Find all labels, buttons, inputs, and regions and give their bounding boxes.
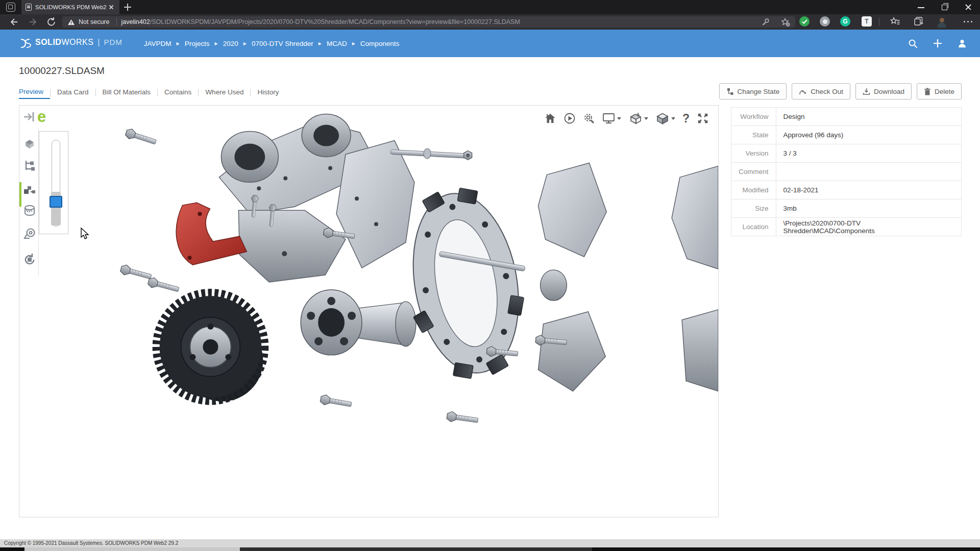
comment-value [776,163,961,181]
browser-titlebar: SOLIDWORKS PDM Web2 - JAVP [0,0,980,14]
user-icon[interactable] [958,39,967,48]
breadcrumb-projects[interactable]: Projects [185,40,210,47]
check-out-button[interactable]: Check Out [792,83,850,99]
urlbar-right-icons [761,18,790,27]
file-title: 10000227.SLDASM [19,65,105,77]
fullscreen-icon[interactable] [697,112,709,124]
url-host: javelin402 [121,18,150,26]
explode-tool-icon[interactable] [22,183,37,197]
side-arm-parts [538,163,718,391]
dassault-logo-icon [19,38,32,49]
forward-button[interactable] [27,16,40,28]
url-path: /SOLIDWORKSPDM/JAVPDM/Projects/2020/0700… [150,18,755,26]
profile-avatar[interactable] [936,16,947,28]
size-value: 3mb [776,199,961,218]
breadcrumb-project-folder[interactable]: 0700-DTV Shredder [252,40,313,47]
workflow-value: Design [776,108,961,126]
grammarly-extension-icon[interactable]: G [840,16,851,28]
text-extension-icon[interactable]: T [862,16,873,28]
tab-contains[interactable]: Contains [158,86,198,98]
tab-where-used[interactable]: Where Used [199,86,250,98]
edrawings-logo: e [23,110,46,124]
dropdown-caret-icon [617,117,621,120]
browser-tab-title: SOLIDWORKS PDM Web2 - JAVP [35,4,107,10]
window-controls [910,0,980,14]
tab-history[interactable]: History [251,86,285,98]
close-button[interactable] [957,0,980,14]
dropdown-caret-icon [671,117,675,120]
change-state-icon [726,88,734,95]
mouse-cursor [79,228,90,241]
reset-view-tool-icon[interactable] [22,253,37,267]
view-orientation-icon[interactable] [655,112,675,125]
browser-workspaces-icon[interactable] [6,3,15,12]
breadcrumb-vault[interactable]: JAVPDM [144,40,172,47]
divider [116,18,117,26]
password-key-icon[interactable] [761,18,770,27]
tab-preview[interactable]: Preview [19,86,50,99]
table-row: Comment [731,163,962,181]
browser-tab[interactable]: SOLIDWORKS PDM Web2 - JAVP [21,0,119,14]
collections-icon[interactable] [914,16,925,28]
delete-button[interactable]: Delete [917,83,962,99]
browser-navbar: Not secure javelin402 /SOLIDWORKSPDM/JAV… [0,14,980,30]
address-bar[interactable]: Not secure javelin402 /SOLIDWORKSPDM/JAV… [62,16,795,28]
table-row: Modified02-18-2021 [731,181,962,199]
measure-tool-icon[interactable] [22,227,37,241]
section-tool-icon[interactable] [22,204,37,218]
play-animation-icon[interactable] [564,112,576,124]
table-row: Size3mb [731,199,962,218]
edrawings-toolbar: ? [544,112,709,125]
help-icon[interactable]: ? [682,112,690,124]
download-button[interactable]: Download [855,83,912,99]
breadcrumb-components[interactable]: Components [360,40,400,47]
windows-taskbar[interactable] [0,547,980,551]
download-icon [863,88,870,95]
trash-icon [924,88,931,95]
divider [879,18,879,26]
browser-menu-icon[interactable] [964,21,973,23]
explode-slider-flyout [39,131,68,234]
active-tool-indicator [19,182,21,207]
solidworks-pdm-logo[interactable]: SOLIDWORKS | PDM [19,38,122,49]
refresh-button[interactable] [45,16,58,28]
add-icon[interactable] [933,39,942,48]
display-mode-icon[interactable] [602,112,621,124]
favorites-bar-icon[interactable] [890,16,901,28]
edrawings-preview-panel: e [19,105,719,517]
change-state-button[interactable]: Change State [719,83,787,99]
table-row: StateApproved (96 days) [731,126,962,144]
minimize-button[interactable] [910,0,933,14]
home-view-icon[interactable] [544,112,556,124]
warning-icon [67,19,75,26]
tab-data-card[interactable]: Data Card [51,86,95,98]
back-button[interactable] [7,16,20,28]
state-value: Approved (96 days) [776,126,961,144]
add-favorite-icon[interactable] [781,18,790,27]
table-row: Location\Projects\2020\0700-DTV Shredder… [731,218,962,236]
breadcrumb-2020[interactable]: 2020 [223,40,238,47]
frame-part [219,114,414,283]
explode-slider-handle[interactable] [50,196,62,208]
breadcrumb: JAVPDM▶ Projects▶ 2020▶ 0700-DTV Shredde… [144,40,400,47]
checker-extension-icon[interactable] [799,16,811,28]
tab-close-icon[interactable] [107,3,115,11]
red-bracket-part [176,203,247,265]
breadcrumb-mcad[interactable]: MCAD [327,40,347,47]
check-out-icon [799,88,807,95]
copyright-text: Copyright © 1995-2021 Dassault Systemes.… [4,540,178,546]
table-row: Version3 / 3 [731,144,962,163]
tab-bill-of-materials[interactable]: Bill Of Materials [96,86,158,98]
restore-button[interactable] [933,0,957,14]
camera-extension-icon[interactable] [820,16,831,28]
components-tool-icon[interactable] [22,136,37,151]
new-tab-button[interactable] [124,3,132,11]
search-icon[interactable] [908,39,918,48]
zoom-icon[interactable] [583,112,595,124]
page-favicon-icon [26,4,32,11]
security-status[interactable]: Not secure [79,18,109,26]
section-view-icon[interactable] [628,112,648,125]
dropdown-caret-icon [644,117,648,120]
3d-model-viewport[interactable] [19,106,718,517]
structure-tool-icon[interactable] [22,159,37,173]
